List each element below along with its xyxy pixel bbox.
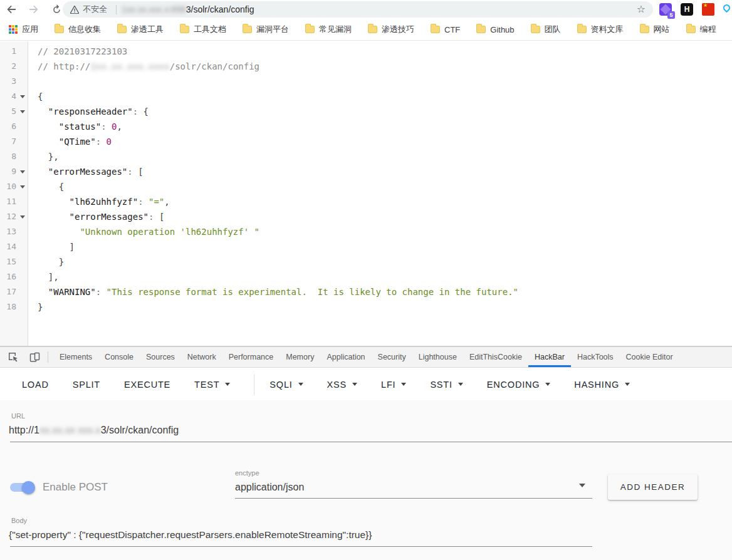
fold-arrow-icon[interactable] (16, 104, 28, 119)
code-token: { (59, 182, 64, 192)
bookmark-star-icon[interactable]: ☆ (637, 4, 646, 14)
hackbar-menu-load[interactable]: LOAD (22, 380, 49, 390)
purple-extension-icon[interactable]: 5 (659, 3, 672, 16)
fold-arrow-empty (16, 74, 28, 89)
address-bar[interactable]: 不安全 1xx.xx.xxx.x:8983/solr/ckan/config ☆ (63, 1, 653, 18)
url-field-value[interactable]: http://1xx.xx.xx xxx.x3/solr/ckan/config (9, 425, 179, 436)
bookmark-folder[interactable]: 渗透工具 (117, 24, 164, 35)
hackbar-menu-sqli[interactable]: SQLI (269, 380, 303, 390)
devtools-tab-sources[interactable]: Sources (140, 347, 181, 367)
hackbar-menu-execute[interactable]: EXECUTE (124, 380, 170, 390)
enctype-caret-icon[interactable] (579, 484, 585, 487)
devtools-tab-hackbar[interactable]: HackBar (528, 347, 571, 367)
devtools-tab-application[interactable]: Application (320, 347, 371, 367)
devtools-tab-editthiscookie[interactable]: EditThisCookie (463, 347, 528, 367)
code-token (38, 197, 70, 207)
code-line: 1// 20210317223103 (0, 44, 732, 59)
hackbar-menu-label: EXECUTE (124, 380, 170, 390)
flag-extension-icon[interactable] (702, 3, 714, 16)
line-number: 15 (0, 254, 16, 269)
enable-post-label: Enable POST (43, 481, 108, 494)
bookmark-folder[interactable]: 编程 (686, 24, 716, 35)
device-toolbar-icon[interactable] (26, 350, 43, 365)
code-content: } (28, 299, 43, 314)
enable-post-toggle[interactable] (10, 481, 35, 494)
fold-arrow-empty (16, 224, 28, 239)
fold-arrow-icon[interactable] (16, 179, 28, 194)
code-token: [ (159, 212, 164, 222)
address-separator (116, 5, 117, 14)
bookmark-folder-label: 信息收集 (68, 24, 101, 35)
nav-buttons (5, 0, 63, 19)
hackbar-menu-xss[interactable]: XSS (327, 380, 357, 390)
back-icon[interactable] (5, 3, 18, 16)
bookmark-folder[interactable]: 漏洞平台 (243, 24, 289, 35)
devtools-tab-cookie-editor[interactable]: Cookie Editor (620, 347, 679, 367)
devtools-tab-memory[interactable]: Memory (280, 347, 320, 367)
code-content: "Unknown operation 'lh62uhhfyzf' " (28, 224, 259, 239)
bookmark-apps[interactable]: 应用 (9, 24, 38, 35)
forward-icon[interactable] (28, 3, 40, 16)
hackbar-menu-encoding[interactable]: ENCODING (487, 380, 551, 390)
bookmark-folder[interactable]: CTF (431, 24, 460, 35)
enctype-select[interactable]: application/json (235, 482, 304, 493)
hackbar-menu-split[interactable]: SPLIT (73, 380, 100, 390)
pin-extension-icon[interactable] (723, 3, 731, 16)
apps-label: 应用 (22, 24, 38, 35)
line-number: 16 (0, 269, 16, 284)
hackbar-menu-hashing[interactable]: HASHING (574, 380, 630, 390)
devtools-tab-console[interactable]: Console (98, 347, 140, 367)
code-token: { (38, 91, 43, 101)
code-content: "WARNING": "This response format is expe… (28, 284, 518, 299)
url-field-underline (10, 442, 732, 442)
bookmark-folder[interactable]: 网站 (640, 24, 670, 35)
fold-arrow-icon[interactable] (16, 89, 28, 104)
devtools-tab-hacktools[interactable]: HackTools (571, 347, 620, 367)
code-token: 0 (107, 137, 112, 147)
bookmark-folder-label: Github (490, 25, 514, 34)
hackbar-menu-ssti[interactable]: SSTI (430, 380, 463, 390)
bookmark-folder[interactable]: 团队 (531, 24, 561, 35)
devtools-tab-performance[interactable]: Performance (222, 347, 280, 367)
code-content: { (28, 179, 64, 194)
devtools-tabs: ElementsConsoleSourcesNetworkPerformance… (53, 347, 679, 367)
h-extension-icon[interactable]: H (681, 3, 693, 16)
devtools-tab-lighthouse[interactable]: Lighthouse (412, 347, 463, 367)
hackbar-menu-test[interactable]: TEST (194, 380, 230, 390)
fold-arrow-icon[interactable] (16, 164, 28, 179)
code-token: : (96, 137, 107, 147)
bookmark-folder[interactable]: 渗透技巧 (368, 24, 414, 35)
code-token: }, (48, 152, 59, 162)
bookmark-folder[interactable]: 工具文档 (180, 24, 226, 35)
devtools-tab-security[interactable]: Security (372, 347, 412, 367)
body-field-value[interactable]: {"set-property" : {"requestDispatcher.re… (9, 529, 372, 541)
chevron-down-icon (458, 383, 463, 386)
add-header-button[interactable]: ADD HEADER (608, 474, 698, 500)
bookmark-folder[interactable]: Github (476, 24, 514, 35)
code-token: : (96, 287, 107, 297)
browser-toolbar: 不安全 1xx.xx.xxx.x:8983/solr/ckan/config ☆… (0, 0, 732, 19)
code-token: { (144, 106, 149, 117)
devtools-tabbar: ElementsConsoleSourcesNetworkPerformance… (0, 346, 732, 368)
devtools-tab-network[interactable]: Network (181, 347, 222, 367)
bookmark-folder[interactable]: 常见漏洞 (305, 24, 352, 35)
fold-arrow-empty (16, 299, 28, 314)
code-token: : (149, 212, 159, 222)
hackbar-menu-lfi[interactable]: LFI (381, 380, 406, 390)
devtools-tab-elements[interactable]: Elements (53, 347, 98, 367)
bookmark-folder[interactable]: 资料文库 (577, 24, 624, 35)
bookmark-folder[interactable]: 信息收集 (55, 24, 101, 35)
code-token: "QTime" (59, 137, 96, 147)
code-token (38, 227, 80, 237)
bookmark-folder-label: 渗透技巧 (382, 24, 414, 35)
address-url[interactable]: 1xx.xx.xxx.x:8983/solr/ckan/config (122, 4, 254, 14)
reload-icon[interactable] (50, 3, 63, 16)
inspect-element-icon[interactable] (5, 350, 21, 365)
extension-icons: 5 H (659, 0, 732, 19)
code-line: 17 "WARNING": "This response format is e… (0, 284, 732, 299)
line-number: 9 (0, 164, 16, 179)
code-token: : (133, 106, 144, 117)
fold-arrow-icon[interactable] (16, 209, 28, 224)
security-label[interactable]: 不安全 (83, 4, 107, 15)
folder-icon (117, 26, 127, 33)
